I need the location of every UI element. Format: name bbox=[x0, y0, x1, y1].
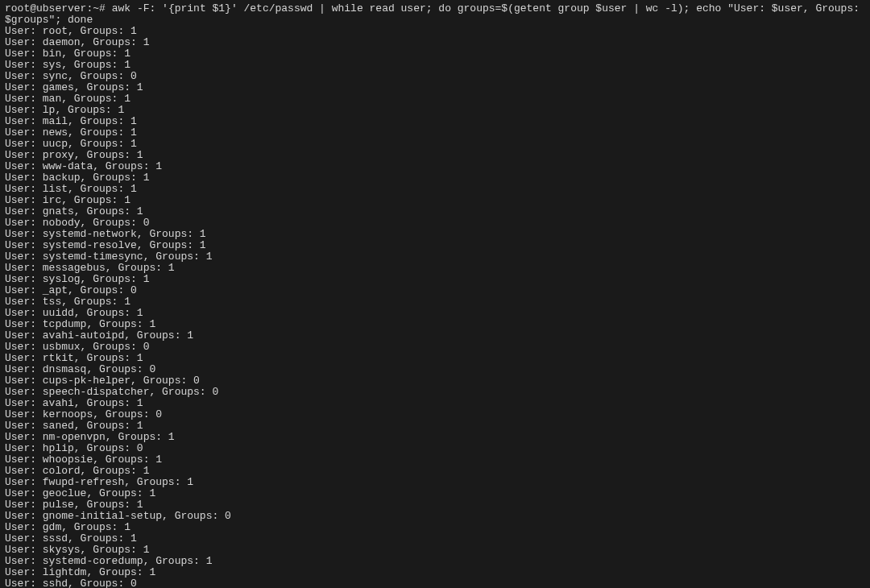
output-line: User: systemd-timesync, Groups: 1 bbox=[5, 251, 865, 263]
output-block: User: root, Groups: 1User: daemon, Group… bbox=[5, 26, 865, 588]
output-line: User: sync, Groups: 0 bbox=[5, 71, 865, 82]
output-line: User: news, Groups: 1 bbox=[5, 127, 865, 139]
output-line: User: root, Groups: 1 bbox=[5, 26, 865, 37]
output-line: User: lightdm, Groups: 1 bbox=[5, 567, 865, 578]
output-line: User: gnome-initial-setup, Groups: 0 bbox=[5, 511, 865, 522]
output-line: User: sys, Groups: 1 bbox=[5, 60, 865, 71]
prompt-symbol: # bbox=[99, 2, 106, 14]
output-line: User: syslog, Groups: 1 bbox=[5, 274, 865, 285]
output-line: User: nobody, Groups: 0 bbox=[5, 217, 865, 229]
output-line: User: systemd-network, Groups: 1 bbox=[5, 229, 865, 240]
shell-prompt: root@ubserver:~# bbox=[5, 2, 112, 14]
output-line: User: gnats, Groups: 1 bbox=[5, 206, 865, 217]
output-line: User: uuidd, Groups: 1 bbox=[5, 308, 865, 319]
output-line: User: gdm, Groups: 1 bbox=[5, 522, 865, 533]
output-line: User: geoclue, Groups: 1 bbox=[5, 488, 865, 499]
output-line: User: www-data, Groups: 1 bbox=[5, 161, 865, 172]
output-line: User: systemd-coredump, Groups: 1 bbox=[5, 556, 865, 567]
output-line: User: colord, Groups: 1 bbox=[5, 466, 865, 477]
output-line: User: messagebus, Groups: 1 bbox=[5, 263, 865, 274]
output-line: User: lp, Groups: 1 bbox=[5, 105, 865, 116]
output-line: User: proxy, Groups: 1 bbox=[5, 150, 865, 161]
output-line: User: sssd, Groups: 1 bbox=[5, 533, 865, 545]
output-line: User: sshd, Groups: 0 bbox=[5, 578, 865, 588]
output-line: User: pulse, Groups: 1 bbox=[5, 499, 865, 511]
prompt-user-host: root@ubserver bbox=[5, 2, 86, 14]
command-text: awk -F: '{print $1}' /etc/passwd | while… bbox=[5, 2, 866, 26]
output-line: User: tss, Groups: 1 bbox=[5, 296, 865, 308]
output-line: User: rtkit, Groups: 1 bbox=[5, 353, 865, 364]
output-line: User: whoopsie, Groups: 1 bbox=[5, 454, 865, 466]
output-line: User: bin, Groups: 1 bbox=[5, 48, 865, 60]
output-line: User: fwupd-refresh, Groups: 1 bbox=[5, 477, 865, 488]
output-line: User: systemd-resolve, Groups: 1 bbox=[5, 240, 865, 251]
output-line: User: list, Groups: 1 bbox=[5, 184, 865, 195]
output-line: User: backup, Groups: 1 bbox=[5, 172, 865, 184]
output-line: User: avahi-autoipd, Groups: 1 bbox=[5, 330, 865, 342]
terminal-window[interactable]: root@ubserver:~# awk -F: '{print $1}' /e… bbox=[5, 3, 865, 588]
output-line: User: avahi, Groups: 1 bbox=[5, 398, 865, 409]
output-line: User: uucp, Groups: 1 bbox=[5, 139, 865, 150]
output-line: User: nm-openvpn, Groups: 1 bbox=[5, 432, 865, 443]
output-line: User: kernoops, Groups: 0 bbox=[5, 409, 865, 420]
output-line: User: mail, Groups: 1 bbox=[5, 116, 865, 127]
output-line: User: dnsmasq, Groups: 0 bbox=[5, 364, 865, 375]
output-line: User: speech-dispatcher, Groups: 0 bbox=[5, 387, 865, 398]
output-line: User: saned, Groups: 1 bbox=[5, 420, 865, 432]
command-line: root@ubserver:~# awk -F: '{print $1}' /e… bbox=[5, 3, 865, 26]
output-line: User: irc, Groups: 1 bbox=[5, 195, 865, 206]
output-line: User: _apt, Groups: 0 bbox=[5, 285, 865, 296]
output-line: User: cups-pk-helper, Groups: 0 bbox=[5, 375, 865, 387]
prompt-path: ~ bbox=[93, 2, 99, 14]
output-line: User: daemon, Groups: 1 bbox=[5, 37, 865, 48]
output-line: User: hplip, Groups: 0 bbox=[5, 443, 865, 454]
output-line: User: usbmux, Groups: 0 bbox=[5, 342, 865, 353]
output-line: User: man, Groups: 1 bbox=[5, 93, 865, 105]
output-line: User: tcpdump, Groups: 1 bbox=[5, 319, 865, 330]
output-line: User: games, Groups: 1 bbox=[5, 82, 865, 93]
output-line: User: skysys, Groups: 1 bbox=[5, 545, 865, 556]
